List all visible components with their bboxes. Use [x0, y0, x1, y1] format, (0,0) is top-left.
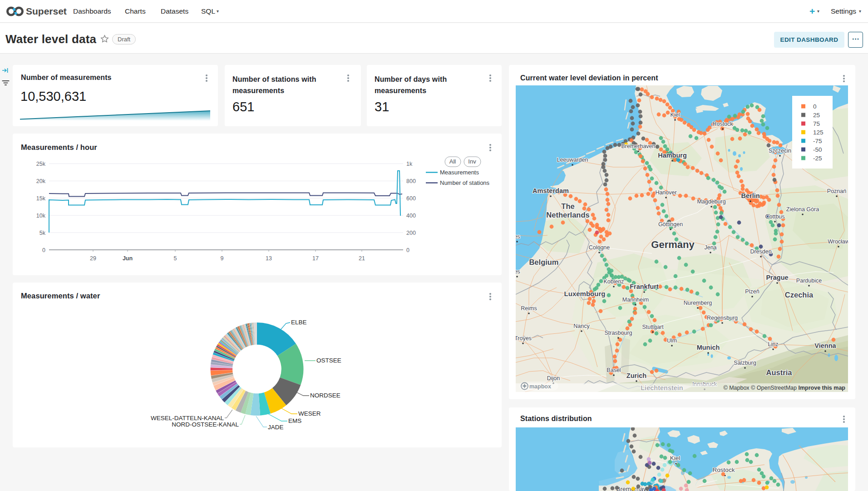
svg-text:20k: 20k	[36, 178, 46, 184]
svg-text:Plzeň: Plzeň	[745, 288, 759, 295]
svg-text:25k: 25k	[36, 161, 46, 167]
svg-text:25: 25	[813, 112, 820, 119]
svg-text:Jena: Jena	[704, 244, 716, 251]
svg-text:400: 400	[406, 213, 416, 219]
svg-text:Szczecin: Szczecin	[769, 148, 791, 154]
svg-text:OSTSEE: OSTSEE	[316, 357, 341, 364]
svg-text:Mannheim: Mannheim	[622, 297, 649, 303]
svg-text:5: 5	[174, 255, 177, 262]
svg-text:-50: -50	[813, 146, 822, 153]
svg-text:Jun: Jun	[123, 255, 133, 262]
svg-text:Cologne: Cologne	[589, 244, 610, 251]
svg-text:Zurich: Zurich	[626, 372, 646, 379]
svg-text:Koblenz: Koblenz	[603, 278, 624, 285]
svg-text:Number of stations: Number of stations	[440, 179, 490, 186]
svg-text:Poznań: Poznań	[827, 188, 846, 194]
svg-text:Leeuwarden: Leeuwarden	[557, 157, 588, 163]
svg-text:es: es	[516, 268, 520, 275]
svg-text:Linz: Linz	[768, 341, 779, 347]
svg-text:Amsterdam: Amsterdam	[533, 187, 569, 194]
svg-text:Netherlands: Netherlands	[546, 211, 589, 219]
svg-text:Stuttgart: Stuttgart	[642, 324, 664, 330]
svg-text:Basel: Basel	[607, 367, 621, 373]
svg-text:15k: 15k	[36, 195, 46, 202]
svg-text:5k: 5k	[39, 230, 46, 236]
svg-text:Reims: Reims	[521, 305, 537, 312]
svg-text:Prague: Prague	[766, 274, 788, 281]
svg-text:Germany: Germany	[651, 239, 695, 250]
svg-text:Regensburg: Regensburg	[707, 315, 738, 321]
svg-text:JADE: JADE	[268, 424, 284, 431]
svg-text:800: 800	[406, 178, 416, 184]
svg-text:All: All	[449, 158, 456, 165]
svg-text:10k: 10k	[36, 213, 46, 219]
svg-text:Hamburg: Hamburg	[658, 152, 687, 159]
svg-text:NORD-OSTSEE-KANAL: NORD-OSTSEE-KANAL	[172, 421, 239, 428]
svg-text:600: 600	[406, 195, 416, 202]
svg-text:Bremerhaven: Bremerhaven	[621, 143, 655, 149]
svg-text:125: 125	[813, 129, 824, 136]
svg-text:Czechia: Czechia	[785, 291, 814, 299]
svg-text:mapbox: mapbox	[529, 383, 551, 390]
svg-text:Nancy: Nancy	[573, 323, 590, 329]
svg-text:13: 13	[266, 255, 272, 262]
svg-text:Zielona Góra: Zielona Góra	[786, 206, 819, 213]
svg-text:75: 75	[813, 120, 820, 127]
svg-text:NORDSEE: NORDSEE	[310, 392, 340, 399]
svg-text:Cottbus: Cottbus	[765, 213, 784, 220]
svg-text:WESER: WESER	[298, 410, 321, 417]
svg-text:es: es	[516, 233, 520, 240]
svg-text:29: 29	[90, 255, 96, 262]
svg-text:Ulm: Ulm	[667, 337, 677, 344]
svg-text:Belgium: Belgium	[529, 258, 558, 266]
svg-text:200: 200	[406, 230, 416, 236]
svg-text:0: 0	[406, 247, 409, 253]
svg-text:Salzburg: Salzburg	[734, 360, 756, 366]
svg-text:Kiel: Kiel	[670, 455, 681, 461]
svg-text:17: 17	[312, 255, 319, 262]
svg-text:Wrocław: Wrocław	[828, 238, 848, 245]
svg-text:Measurements: Measurements	[440, 169, 479, 176]
svg-text:Göttingen: Göttingen	[658, 221, 683, 228]
svg-text:Dresden: Dresden	[750, 248, 771, 255]
svg-text:Hanover: Hanover	[655, 189, 676, 196]
svg-text:1k: 1k	[406, 161, 413, 167]
svg-text:Frankfurt: Frankfurt	[630, 283, 659, 290]
svg-text:-75: -75	[813, 138, 822, 144]
svg-text:WESEL-DATTELN-KANAL: WESEL-DATTELN-KANAL	[151, 415, 224, 422]
svg-text:0: 0	[42, 247, 45, 253]
svg-text:Berlin: Berlin	[741, 192, 760, 199]
svg-text:Rostock: Rostock	[712, 121, 733, 127]
svg-text:Strasbourg: Strasbourg	[604, 330, 632, 336]
svg-text:EMS: EMS	[288, 417, 301, 424]
svg-text:Kiel: Kiel	[671, 112, 680, 118]
svg-text:Troyes: Troyes	[516, 335, 532, 342]
svg-text:Vienna: Vienna	[814, 342, 836, 349]
svg-text:9: 9	[221, 255, 224, 262]
svg-text:Magdeburg: Magdeburg	[697, 198, 725, 205]
svg-text:Luxembourg: Luxembourg	[564, 290, 606, 298]
svg-text:The: The	[561, 202, 574, 210]
svg-text:ELBE: ELBE	[291, 319, 307, 326]
svg-text:Austria: Austria	[766, 368, 793, 377]
svg-text:Dijon: Dijon	[547, 375, 560, 382]
svg-text:© Mapbox © OpenStreetMap Impro: © Mapbox © OpenStreetMap Improve this ma…	[723, 385, 845, 391]
svg-text:-25: -25	[813, 155, 822, 162]
svg-text:Inv: Inv	[468, 158, 476, 165]
svg-text:Pardubice: Pardubice	[796, 278, 822, 284]
svg-text:Munich: Munich	[697, 344, 720, 351]
svg-text:21: 21	[359, 255, 365, 262]
svg-text:0: 0	[813, 103, 817, 110]
svg-text:Nuremberg: Nuremberg	[684, 300, 712, 306]
